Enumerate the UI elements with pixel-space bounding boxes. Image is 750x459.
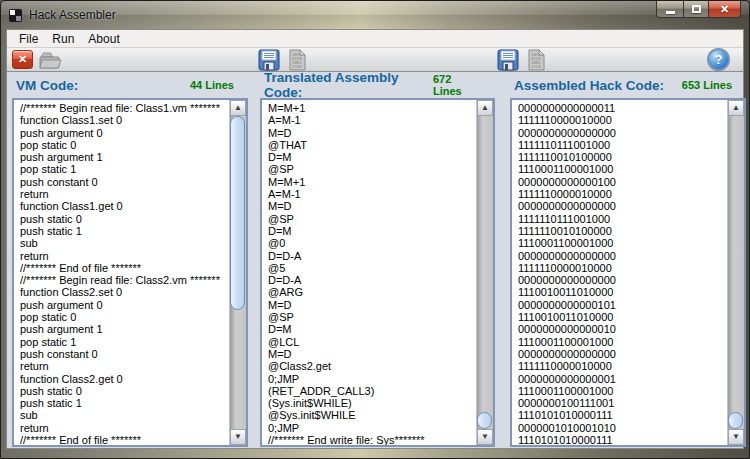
save-hack-button[interactable] bbox=[496, 49, 520, 71]
maximize-button[interactable] bbox=[684, 1, 708, 18]
code-line: pop static 0 bbox=[20, 311, 229, 323]
scrollbar-thumb[interactable] bbox=[477, 412, 492, 429]
load-files-button[interactable] bbox=[38, 49, 62, 71]
scrollbar-thumb[interactable] bbox=[728, 412, 743, 429]
code-line: 0000000000000000 bbox=[518, 200, 727, 212]
menu-file[interactable]: File bbox=[12, 31, 45, 47]
code-line: 0000000000000010 bbox=[518, 323, 727, 335]
code-line: 1110010011010000 bbox=[518, 311, 727, 323]
minimize-icon bbox=[666, 11, 675, 14]
close-button[interactable]: ✕ bbox=[708, 1, 741, 18]
client-area: File Run About ✕ bbox=[6, 29, 744, 449]
binary-document-icon: 1011 0110 1001 1110 bbox=[287, 49, 307, 71]
code-line: @Sys.init$WHILE bbox=[268, 409, 476, 421]
code-line: 1111110000010000 bbox=[518, 188, 727, 200]
code-line: 1111110010100000 bbox=[518, 151, 727, 163]
code-line: @LCL bbox=[268, 336, 476, 348]
app-window: Hack Assembler ✕ File Run About ✕ bbox=[0, 0, 750, 459]
vm-code-textarea[interactable]: //******* Begin read file: Class1.vm ***… bbox=[12, 98, 248, 447]
code-line: 0000000000000000 bbox=[518, 274, 727, 286]
code-line: push constant 0 bbox=[20, 348, 229, 360]
code-line: D=D-A bbox=[268, 274, 476, 286]
vm-code-title: VM Code: bbox=[16, 78, 78, 93]
assembly-code-textarea[interactable]: M=M+1A=M-1M=D@THATD=M@SPM=M+1A=M-1M=D@SP… bbox=[260, 98, 495, 447]
code-line: function Class1.get 0 bbox=[20, 200, 229, 212]
assembly-code-line-count: 672 Lines bbox=[433, 73, 481, 97]
code-line: 0000000100111001 bbox=[518, 397, 727, 409]
binary-document-icon: 1011 0110 1001 1110 bbox=[526, 49, 546, 71]
minimize-button[interactable] bbox=[656, 1, 684, 18]
menu-run[interactable]: Run bbox=[45, 31, 81, 47]
main-content: VM Code: 44 Lines //******* Begin read f… bbox=[7, 72, 743, 448]
hack-code-title: Assembled Hack Code: bbox=[514, 78, 664, 93]
code-line: 1110001100001000 bbox=[518, 237, 727, 249]
code-line: M=M+1 bbox=[268, 176, 476, 188]
stop-button[interactable]: ✕ bbox=[12, 50, 33, 69]
window-title: Hack Assembler bbox=[29, 8, 116, 22]
code-line: @THAT bbox=[268, 139, 476, 151]
assembly-code-text[interactable]: M=M+1A=M-1M=D@THATD=M@SPM=M+1A=M-1M=D@SP… bbox=[262, 100, 476, 445]
code-line: 0000000000000000 bbox=[518, 127, 727, 139]
code-line: 1110001100001000 bbox=[518, 163, 727, 175]
menu-about[interactable]: About bbox=[81, 31, 126, 47]
code-line: push argument 0 bbox=[20, 127, 229, 139]
maximize-icon bbox=[692, 5, 701, 13]
vm-code-scrollbar[interactable]: ▲ ▼ bbox=[229, 100, 246, 445]
code-line: function Class1.set 0 bbox=[20, 114, 229, 126]
assembly-code-scrollbar[interactable]: ▲ ▼ bbox=[476, 100, 493, 445]
code-line: 1111110111001000 bbox=[518, 139, 727, 151]
code-line: D=D-A bbox=[268, 250, 476, 262]
scrollbar-track[interactable] bbox=[230, 116, 246, 429]
close-icon: ✕ bbox=[720, 4, 729, 15]
code-line: 0;JMP bbox=[268, 422, 476, 434]
code-line: 1111110111001000 bbox=[518, 213, 727, 225]
save-hack-binary-button[interactable]: 1011 0110 1001 1110 bbox=[524, 49, 548, 71]
scroll-down-arrow-icon[interactable]: ▼ bbox=[477, 429, 493, 445]
code-line: @SP bbox=[268, 311, 476, 323]
scroll-down-arrow-icon[interactable]: ▼ bbox=[728, 429, 744, 445]
scroll-up-arrow-icon[interactable]: ▲ bbox=[477, 100, 493, 116]
code-line: return bbox=[20, 188, 229, 200]
titlebar[interactable]: Hack Assembler bbox=[1, 1, 749, 29]
scrollbar-thumb[interactable] bbox=[230, 116, 245, 310]
code-line: 0000000000000100 bbox=[518, 176, 727, 188]
code-line: //******* End of file ******* bbox=[20, 434, 229, 445]
scrollbar-track[interactable] bbox=[728, 116, 744, 429]
hack-code-text[interactable]: 0000000000000011111111000001000000000000… bbox=[512, 100, 727, 445]
code-line: 1111110000010000 bbox=[518, 114, 727, 126]
code-line: pop static 0 bbox=[20, 139, 229, 151]
hack-code-scrollbar[interactable]: ▲ ▼ bbox=[727, 100, 744, 445]
code-line: push static 1 bbox=[20, 225, 229, 237]
code-line: //******* Begin read file: Class2.vm ***… bbox=[20, 274, 229, 286]
code-line: push static 1 bbox=[20, 397, 229, 409]
code-line: 1110101010000111 bbox=[518, 434, 727, 445]
vm-code-text[interactable]: //******* Begin read file: Class1.vm ***… bbox=[14, 100, 229, 445]
code-line: A=M-1 bbox=[268, 188, 476, 200]
code-line: @SP bbox=[268, 213, 476, 225]
code-line: @0 bbox=[268, 237, 476, 249]
code-line: A=M-1 bbox=[268, 114, 476, 126]
code-line: 1110010011010000 bbox=[518, 286, 727, 298]
code-line: @Class2.get bbox=[268, 360, 476, 372]
help-button[interactable]: ? bbox=[707, 48, 730, 71]
vm-code-panel: VM Code: 44 Lines //******* Begin read f… bbox=[12, 72, 248, 447]
code-line: //******* End of file ******* bbox=[20, 262, 229, 274]
question-mark-icon: ? bbox=[715, 52, 723, 67]
scroll-up-arrow-icon[interactable]: ▲ bbox=[728, 100, 744, 116]
code-line: //******* Begin read file: Class1.vm ***… bbox=[20, 102, 229, 114]
code-line: D=M bbox=[268, 151, 476, 163]
scrollbar-track[interactable] bbox=[477, 116, 493, 429]
hack-code-textarea[interactable]: 0000000000000011111111000001000000000000… bbox=[510, 98, 746, 447]
assembly-code-title: Translated Assembly Code: bbox=[264, 70, 433, 100]
scroll-up-arrow-icon[interactable]: ▲ bbox=[230, 100, 246, 116]
code-line: 1111110000010000 bbox=[518, 262, 727, 274]
code-line: 1110101010000111 bbox=[518, 409, 727, 421]
scroll-down-arrow-icon[interactable]: ▼ bbox=[230, 429, 246, 445]
hack-code-header: Assembled Hack Code: 653 Lines bbox=[510, 72, 746, 98]
code-line: sub bbox=[20, 409, 229, 421]
code-line: 1111110000010000 bbox=[518, 360, 727, 372]
save-asm-binary-button[interactable]: 1011 0110 1001 1110 bbox=[285, 49, 309, 71]
save-asm-button[interactable] bbox=[257, 49, 281, 71]
code-line: return bbox=[20, 360, 229, 372]
code-line: 0000001010001010 bbox=[518, 422, 727, 434]
